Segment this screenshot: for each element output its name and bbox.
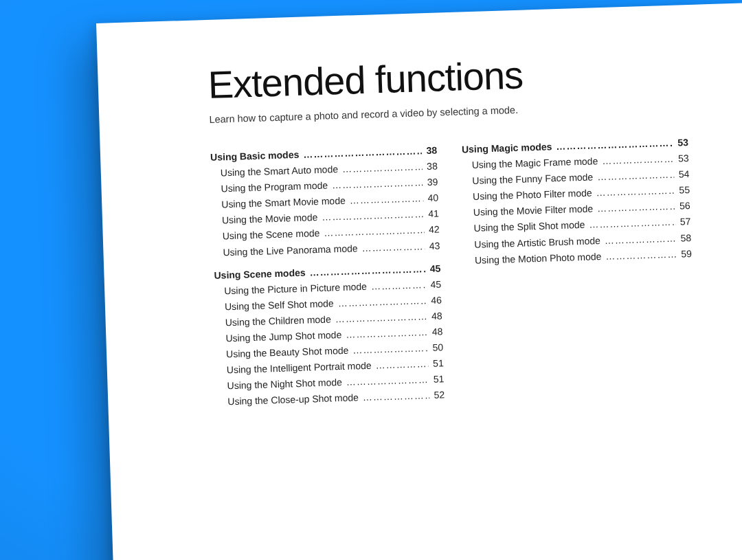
toc-column-left: Using Basic modes38Using the Smart Auto … xyxy=(210,143,445,411)
toc-leader-dots xyxy=(375,356,429,374)
toc-page-number: 45 xyxy=(430,260,441,277)
toc-leader-dots xyxy=(361,238,425,256)
toc-page-number: 56 xyxy=(679,198,690,214)
toc-column-right: Using Magic modes53Using the Magic Frame… xyxy=(462,135,697,403)
toc-page-number: 54 xyxy=(678,166,689,183)
toc-page-number: 50 xyxy=(432,339,443,356)
toc-page-number: 39 xyxy=(427,175,438,191)
toc-page-number: 41 xyxy=(428,206,439,223)
toc-leader-dots xyxy=(602,151,674,169)
toc-page-number: 57 xyxy=(680,214,691,230)
toc-label: Using the Motion Photo mode xyxy=(465,249,602,269)
toc-page-number: 53 xyxy=(678,150,689,167)
toc-leader-dots xyxy=(363,388,430,405)
toc-page-number: 45 xyxy=(430,276,441,293)
toc-leader-dots xyxy=(371,277,427,295)
toc-leader-dots xyxy=(605,246,677,264)
toc-page-number: 48 xyxy=(431,308,442,324)
toc-columns: Using Basic modes38Using the Smart Auto … xyxy=(210,133,734,410)
toc-leader-dots xyxy=(352,340,429,359)
toc-page-number: 51 xyxy=(434,372,445,388)
toc-page-number: 48 xyxy=(431,324,442,340)
toc-page-number: 53 xyxy=(677,135,688,151)
toc-leader-dots xyxy=(349,190,424,208)
document-page: Extended functions Learn how to capture … xyxy=(96,3,742,560)
toc-page-number: 42 xyxy=(429,222,440,238)
toc-page-number: 43 xyxy=(429,238,440,254)
toc-page-number: 38 xyxy=(427,159,438,175)
toc-leader-dots xyxy=(605,230,677,248)
toc-page-number: 46 xyxy=(431,292,442,309)
toc-page-number: 52 xyxy=(434,388,445,404)
toc-page-number: 38 xyxy=(426,143,437,159)
toc-page-number: 51 xyxy=(433,356,444,372)
toc-page-number: 40 xyxy=(427,190,438,207)
toc-page-number: 59 xyxy=(681,246,692,262)
page-title: Extended functions xyxy=(207,46,724,107)
toc-page-number: 58 xyxy=(680,230,691,247)
toc-page-number: 55 xyxy=(679,182,690,199)
